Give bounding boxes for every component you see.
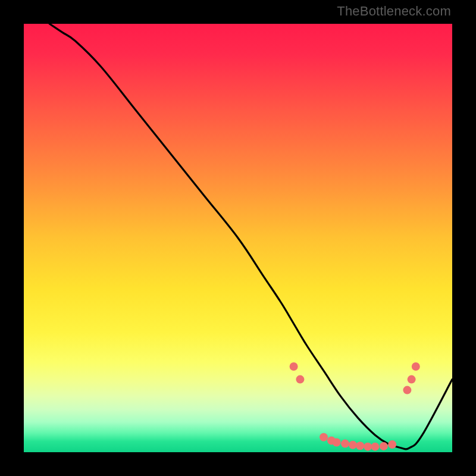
highlight-points-group [290,362,420,451]
highlight-point [371,443,379,451]
highlight-point [408,375,416,384]
highlight-point [349,441,357,449]
highlight-point [380,442,388,450]
highlight-point [403,386,411,394]
highlight-point [333,438,341,446]
highlight-point [412,362,420,371]
plot-area [24,24,452,452]
chart-frame: TheBottleneck.com [0,0,476,476]
watermark-text: TheBottleneck.com [337,4,451,19]
highlight-point [341,440,349,448]
highlight-point [296,375,304,384]
highlight-point [356,441,364,450]
chart-svg [24,24,452,452]
highlight-point [364,443,372,451]
highlight-point [320,433,328,441]
highlight-point [290,362,298,371]
highlight-point [388,440,396,449]
bottleneck-curve [49,24,452,449]
